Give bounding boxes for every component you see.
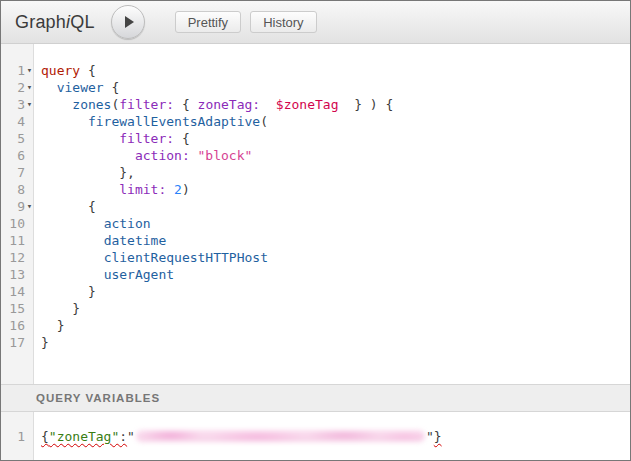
code-text: userAgent <box>34 266 174 283</box>
token <box>41 131 119 146</box>
token: } ) { <box>354 97 393 112</box>
code-line: 13 userAgent <box>1 266 630 283</box>
code-text: { <box>34 198 96 215</box>
line-number: 3 <box>1 96 25 113</box>
token: datetime <box>104 233 167 248</box>
code-line: 7 }, <box>1 164 630 181</box>
code-line: 3▾ zones(filter: { zoneTag: $zoneTag } )… <box>1 96 630 113</box>
code-text: viewer { <box>34 79 119 96</box>
graphiql-container: GraphiQL Prettify History 1▾query {2▾ vi… <box>0 0 631 461</box>
code-text: query { <box>34 62 96 79</box>
redacted-zone-tag-value <box>136 430 425 442</box>
token: } <box>57 318 65 333</box>
token: clientRequestHTTPHost <box>104 250 268 265</box>
token <box>41 233 104 248</box>
token: ( <box>260 114 268 129</box>
code-line: 16 } <box>1 317 630 334</box>
line-number: 10 <box>1 215 25 232</box>
line-number: 6 <box>1 147 25 164</box>
execute-button[interactable] <box>111 5 145 39</box>
fold-arrow-icon[interactable]: ▾ <box>25 62 34 79</box>
fold-arrow-icon[interactable]: ▾ <box>25 198 34 215</box>
token <box>41 182 119 197</box>
code-text: } <box>34 283 96 300</box>
token: zones <box>72 97 111 112</box>
token <box>41 114 88 129</box>
token <box>41 148 135 163</box>
token: "zoneTag" <box>49 429 119 444</box>
query-editor[interactable]: 1▾query {2▾ viewer {3▾ zones(filter: { z… <box>1 44 630 384</box>
token: 2 <box>174 182 182 197</box>
line-number: 17 <box>1 334 25 351</box>
token <box>260 97 276 112</box>
code-text: datetime <box>34 232 166 249</box>
code-text: filter: { <box>34 130 190 147</box>
token: } <box>434 429 442 444</box>
token: : <box>119 429 127 444</box>
token: zoneTag: <box>198 97 261 112</box>
variables-editor[interactable]: 1{"zoneTag":""} <box>1 412 630 460</box>
token <box>174 97 182 112</box>
code-line: 6 action: "block" <box>1 147 630 164</box>
code-text: limit: 2) <box>34 181 190 198</box>
fold-gutter-spacer <box>25 164 34 181</box>
code-text: } <box>34 334 49 351</box>
code-text: action <box>34 215 151 232</box>
token: { <box>88 199 96 214</box>
token: } <box>41 335 49 350</box>
code-line: 15 } <box>1 300 630 317</box>
graphiql-logo: GraphiQL <box>15 12 95 33</box>
fold-gutter-spacer <box>25 428 34 445</box>
code-line: 10 action <box>1 215 630 232</box>
line-number: 5 <box>1 130 25 147</box>
code-line: 9▾ { <box>1 198 630 215</box>
token <box>41 97 72 112</box>
top-bar: GraphiQL Prettify History <box>1 1 630 44</box>
token: action: <box>135 148 190 163</box>
fold-gutter-spacer <box>25 147 34 164</box>
fold-gutter-spacer <box>25 181 34 198</box>
token: firewallEventsAdaptive <box>88 114 260 129</box>
token: { <box>104 80 120 95</box>
token <box>41 301 72 316</box>
fold-arrow-icon[interactable]: ▾ <box>25 96 34 113</box>
token <box>166 182 174 197</box>
fold-arrow-icon[interactable]: ▾ <box>25 79 34 96</box>
fold-gutter-spacer <box>25 283 34 300</box>
token: } <box>72 301 80 316</box>
line-number: 12 <box>1 249 25 266</box>
fold-gutter-spacer <box>25 266 34 283</box>
token: " <box>127 429 135 444</box>
token: }, <box>119 165 135 180</box>
token <box>41 165 119 180</box>
code-line: 8 limit: 2) <box>1 181 630 198</box>
prettify-button[interactable]: Prettify <box>175 11 241 33</box>
token <box>338 97 354 112</box>
code-line: 14 } <box>1 283 630 300</box>
variables-title-bar[interactable]: QUERY VARIABLES <box>1 384 630 412</box>
token <box>41 284 88 299</box>
code-text: firewallEventsAdaptive( <box>34 113 268 130</box>
line-number: 1 <box>1 62 25 79</box>
code-line: 1{"zoneTag":""} <box>1 428 630 445</box>
fold-gutter-spacer <box>25 249 34 266</box>
fold-gutter-spacer <box>25 300 34 317</box>
code-text: action: "block" <box>34 147 252 164</box>
variables-title: QUERY VARIABLES <box>36 392 160 404</box>
logo-text: QL <box>70 12 94 32</box>
token <box>41 80 57 95</box>
code-line: 12 clientRequestHTTPHost <box>1 249 630 266</box>
code-text: clientRequestHTTPHost <box>34 249 268 266</box>
history-button[interactable]: History <box>250 11 316 33</box>
token: viewer <box>57 80 104 95</box>
token: $zoneTag <box>276 97 339 112</box>
code-line: 5 filter: { <box>1 130 630 147</box>
token: " <box>426 429 434 444</box>
line-number: 9 <box>1 198 25 215</box>
line-number: 15 <box>1 300 25 317</box>
fold-gutter-spacer <box>25 130 34 147</box>
token: filter: <box>119 97 174 112</box>
code-text: {"zoneTag":""} <box>34 428 442 445</box>
variables-code: 1{"zoneTag":""} <box>1 428 630 445</box>
fold-gutter-spacer <box>25 232 34 249</box>
